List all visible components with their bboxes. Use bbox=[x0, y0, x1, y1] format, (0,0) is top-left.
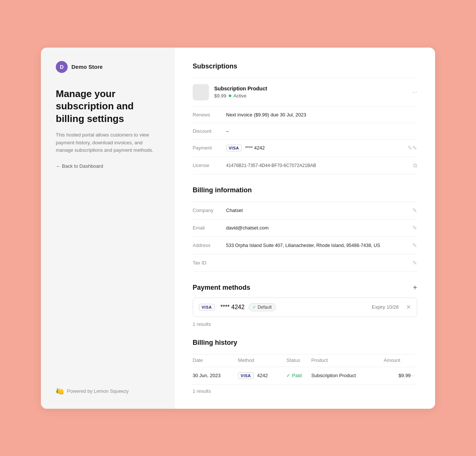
license-value: 41476B21-7357-4D44-BF70-6C7072A21BAB bbox=[226, 163, 413, 168]
payment-card: VISA **** 4242 ✓ Default Expiry 10/28 ✕ bbox=[193, 298, 417, 317]
subscription-thumbnail bbox=[193, 84, 209, 100]
status-dot bbox=[229, 94, 231, 97]
license-row: License 41476B21-7357-4D44-BF70-6C7072A2… bbox=[193, 157, 417, 174]
main-content: Subscriptions Subscription Product $9.99… bbox=[175, 48, 435, 409]
sidebar-heading: Manage your subscription and billing set… bbox=[56, 88, 160, 125]
subscription-item: Subscription Product $9.99 Active ··· bbox=[193, 78, 417, 107]
default-label: Default bbox=[258, 305, 272, 310]
license-label: License bbox=[193, 163, 226, 168]
taxid-label: Tax ID bbox=[193, 260, 226, 266]
sidebar: D Demo Store Manage your subscription an… bbox=[41, 48, 175, 409]
billing-info-section: Billing information Company Chatset ✎ Em… bbox=[193, 186, 417, 272]
back-to-dashboard-link[interactable]: ← Back to Dashboard bbox=[56, 163, 160, 169]
subscription-meta: $9.99 Active bbox=[214, 93, 412, 99]
col-amount: Amount bbox=[384, 354, 411, 367]
discount-label: Discount bbox=[193, 128, 226, 134]
powered-text: Powered by Lemon Squeezy bbox=[67, 388, 129, 394]
email-label: Email bbox=[193, 225, 226, 231]
discount-row: Discount – bbox=[193, 123, 417, 139]
paid-check-icon: ✓ bbox=[286, 373, 290, 378]
address-edit-button[interactable]: ✎ bbox=[412, 242, 417, 249]
license-copy-button[interactable]: ⧉ bbox=[413, 162, 417, 169]
lemon-icon: 🍋 bbox=[56, 387, 64, 395]
remove-payment-method-button[interactable]: ✕ bbox=[406, 304, 411, 311]
taxid-edit-button[interactable]: ✎ bbox=[412, 260, 417, 266]
payment-methods-title: Payment methods bbox=[193, 284, 250, 292]
cell-method: VISA 4242 bbox=[238, 367, 286, 384]
table-header-row: Date Method Status Product Amount bbox=[193, 354, 417, 367]
default-badge: ✓ Default bbox=[248, 303, 276, 311]
payment-methods-header: Payment methods + bbox=[193, 284, 417, 292]
col-actions bbox=[411, 354, 417, 367]
payment-label: Payment bbox=[193, 145, 226, 151]
col-method: Method bbox=[238, 354, 286, 367]
subscription-more-button[interactable]: ··· bbox=[412, 89, 417, 96]
billing-history-title: Billing history bbox=[193, 339, 417, 347]
subscriptions-section: Subscriptions Subscription Product $9.99… bbox=[193, 62, 417, 174]
email-value: david@chatset.com bbox=[226, 225, 412, 231]
email-edit-button[interactable]: ✎ bbox=[412, 225, 417, 231]
discount-value: – bbox=[226, 128, 417, 134]
renews-row: Renews Next invoice ($9.99) due 30 Jul, … bbox=[193, 107, 417, 123]
col-date: Date bbox=[193, 354, 238, 367]
payment-results-text: 1 results bbox=[193, 321, 417, 327]
address-row: Address 533 Orpha Island Suite 407, Lili… bbox=[193, 237, 417, 254]
add-payment-method-button[interactable]: + bbox=[413, 284, 417, 291]
visa-badge: VISA bbox=[226, 145, 242, 151]
company-value: Chatset bbox=[226, 208, 412, 213]
sidebar-footer: 🍋 Powered by Lemon Squeezy bbox=[56, 387, 160, 395]
billing-info-title: Billing information bbox=[193, 186, 417, 194]
payment-row: Payment VISA **** 4242 ✎ bbox=[193, 139, 417, 157]
renews-label: Renews bbox=[193, 112, 226, 118]
subscription-name: Subscription Product bbox=[214, 86, 412, 91]
payment-value: VISA **** 4242 bbox=[226, 145, 408, 151]
subscriptions-title: Subscriptions bbox=[193, 62, 417, 70]
cell-date: 30 Jun, 2023 bbox=[193, 367, 238, 384]
main-card: D Demo Store Manage your subscription an… bbox=[41, 48, 435, 409]
visa-badge-history: VISA bbox=[238, 372, 254, 379]
card-last4: **** 4242 bbox=[221, 304, 245, 311]
address-label: Address bbox=[193, 243, 226, 248]
expiry-text: Expiry 10/28 bbox=[372, 304, 399, 310]
address-value: 533 Orpha Island Suite 407, Lilianachest… bbox=[226, 243, 412, 248]
company-row: Company Chatset ✎ bbox=[193, 202, 417, 219]
subscription-info: Subscription Product $9.99 Active bbox=[214, 86, 412, 99]
subscription-price: $9.99 bbox=[214, 93, 226, 99]
paid-badge: ✓ Paid bbox=[286, 373, 302, 378]
cell-product: Subscription Product bbox=[311, 367, 384, 384]
company-label: Company bbox=[193, 208, 226, 213]
renews-value: Next invoice ($9.99) due 30 Jul, 2023 bbox=[226, 112, 417, 118]
cell-amount: $9.99 bbox=[384, 367, 411, 384]
payment-edit-button[interactable]: ✎ bbox=[408, 145, 417, 151]
check-icon: ✓ bbox=[253, 305, 256, 310]
visa-badge-card: VISA bbox=[199, 304, 215, 311]
cell-more[interactable]: ··· bbox=[411, 367, 417, 384]
history-results-text: 1 results bbox=[193, 388, 417, 394]
col-product: Product bbox=[311, 354, 384, 367]
sidebar-description: This hosted portal allows customers to v… bbox=[56, 131, 160, 154]
col-status: Status bbox=[286, 354, 311, 367]
billing-history-table: Date Method Status Product Amount 30 Jun… bbox=[193, 354, 417, 385]
brand-icon: D bbox=[56, 61, 68, 73]
table-row: 30 Jun, 2023 VISA 4242 ✓ Paid Subscripti… bbox=[193, 367, 417, 384]
billing-history-section: Billing history Date Method Status Produ… bbox=[193, 339, 417, 394]
brand-name: Demo Store bbox=[71, 64, 103, 70]
email-row: Email david@chatset.com ✎ bbox=[193, 219, 417, 237]
company-edit-button[interactable]: ✎ bbox=[412, 207, 417, 214]
cell-status: ✓ Paid bbox=[286, 367, 311, 384]
subscription-status: Active bbox=[234, 93, 247, 99]
taxid-row: Tax ID ✎ bbox=[193, 254, 417, 272]
brand: D Demo Store bbox=[56, 61, 160, 73]
payment-methods-section: Payment methods + VISA **** 4242 ✓ Defau… bbox=[193, 284, 417, 327]
